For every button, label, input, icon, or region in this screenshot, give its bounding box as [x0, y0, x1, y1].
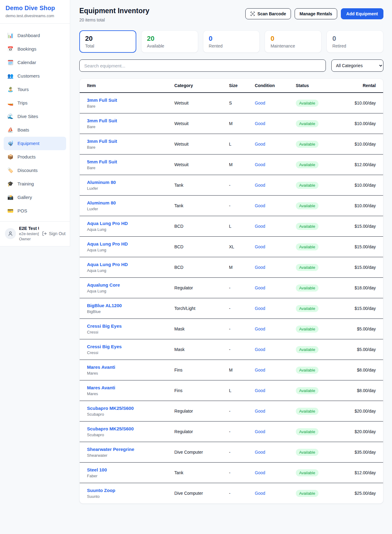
- item-link[interactable]: 3mm Full Suit: [87, 97, 117, 103]
- column-header-size: Size: [225, 79, 251, 93]
- condition-link[interactable]: Good: [255, 450, 265, 455]
- item-link[interactable]: Mares Avanti: [87, 364, 115, 370]
- item-link[interactable]: Aqua Lung Pro HD: [87, 262, 128, 267]
- status-cell: Available: [292, 421, 341, 442]
- add-equipment-button[interactable]: Add Equipment: [341, 8, 383, 19]
- status-cell: Available: [292, 360, 341, 380]
- item-link[interactable]: Mares Avanti: [87, 385, 115, 390]
- condition-cell: Good: [251, 298, 292, 319]
- sidebar-item-equipment[interactable]: 🤿Equipment: [4, 137, 66, 150]
- status-badge: Available: [296, 367, 319, 374]
- sidebar-item-label: Bookings: [17, 45, 36, 53]
- item-link[interactable]: Suunto Zoop: [87, 488, 115, 493]
- condition-link[interactable]: Good: [255, 183, 265, 188]
- condition-link[interactable]: Good: [255, 285, 265, 290]
- status-cell: Available: [292, 380, 341, 401]
- condition-link[interactable]: Good: [255, 162, 265, 167]
- stat-card-available[interactable]: 20Available: [141, 30, 198, 53]
- condition-link[interactable]: Good: [255, 368, 265, 372]
- filter-row: All Categories: [79, 59, 383, 72]
- sidebar-item-tours[interactable]: 🏝️Tours: [4, 83, 66, 96]
- sidebar-item-boats[interactable]: ⛵Boats: [4, 123, 66, 137]
- condition-link[interactable]: Good: [255, 101, 265, 105]
- sidebar-item-discounts[interactable]: 🏷️Discounts: [4, 164, 66, 177]
- table-row: Aqualung CoreAqua LungRegulator-GoodAvai…: [80, 278, 383, 298]
- sidebar-item-customers[interactable]: 👥Customers: [4, 69, 66, 83]
- stat-value: 20: [85, 35, 130, 43]
- condition-link[interactable]: Good: [255, 429, 265, 434]
- condition-link[interactable]: Good: [255, 388, 265, 393]
- item-link[interactable]: 5mm Full Suit: [87, 159, 117, 164]
- rental-cell: $5.00/day: [341, 319, 383, 339]
- item-link[interactable]: 3mm Full Suit: [87, 139, 117, 144]
- item-link[interactable]: Scubapro MK25/S600: [87, 426, 134, 431]
- condition-cell: Good: [251, 237, 292, 257]
- table-row: Aluminum 80LuxferTank-GoodAvailable$10.0…: [80, 196, 383, 216]
- item-link[interactable]: Aqualung Core: [87, 282, 120, 288]
- sign-out-button[interactable]: Sign Out: [42, 231, 66, 236]
- bookings-icon: 📅: [7, 47, 13, 51]
- sidebar-item-gallery[interactable]: 📸Gallery: [4, 191, 66, 204]
- item-link[interactable]: Aluminum 80: [87, 180, 116, 185]
- condition-link[interactable]: Good: [255, 326, 265, 331]
- sidebar-item-trips[interactable]: 🚤Trips: [4, 96, 66, 110]
- item-cell: Aluminum 80Luxfer: [80, 175, 171, 196]
- item-link[interactable]: Cressi Big Eyes: [87, 323, 122, 329]
- customers-icon: 👥: [7, 74, 13, 78]
- item-link[interactable]: Aqua Lung Pro HD: [87, 241, 128, 246]
- sidebar-item-bookings[interactable]: 📅Bookings: [4, 42, 66, 56]
- tours-icon: 🏝️: [7, 87, 13, 92]
- brand-name[interactable]: Demo Dive Shop: [6, 5, 64, 12]
- sidebar-item-dive-sites[interactable]: 🌊Dive Sites: [4, 110, 66, 123]
- condition-link[interactable]: Good: [255, 121, 265, 126]
- user-icon: [8, 231, 13, 236]
- scan-barcode-button[interactable]: Scan Barcode: [245, 8, 291, 19]
- item-link[interactable]: Aqua Lung Pro HD: [87, 221, 128, 226]
- condition-link[interactable]: Good: [255, 306, 265, 311]
- sidebar-item-pos[interactable]: 💳POS: [4, 204, 66, 218]
- condition-link[interactable]: Good: [255, 470, 265, 475]
- sidebar-item-calendar[interactable]: 🗓️Calendar: [4, 56, 66, 69]
- stat-card-total[interactable]: 20Total: [79, 30, 136, 53]
- condition-link[interactable]: Good: [255, 409, 265, 414]
- brand-block: Demo Dive Shop demo.test.divestreams.com: [0, 0, 70, 24]
- condition-link[interactable]: Good: [255, 244, 265, 249]
- item-link[interactable]: Scubapro MK25/S600: [87, 406, 134, 411]
- item-link[interactable]: Cressi Big Eyes: [87, 344, 122, 349]
- condition-link[interactable]: Good: [255, 203, 265, 208]
- condition-link[interactable]: Good: [255, 142, 265, 147]
- sidebar-item-training[interactable]: 🎓Training: [4, 177, 66, 191]
- user-name: E2E Test U...: [19, 226, 39, 231]
- rental-cell: $25.00/day: [341, 483, 383, 504]
- size-cell: L: [225, 380, 251, 401]
- sidebar-item-label: POS: [17, 207, 27, 215]
- item-brand: BigBlue: [87, 309, 167, 314]
- sidebar-item-label: Products: [17, 153, 36, 161]
- condition-link[interactable]: Good: [255, 224, 265, 229]
- equipment-table-card: ItemCategorySizeConditionStatusRental 3m…: [79, 78, 383, 504]
- condition-link[interactable]: Good: [255, 491, 265, 496]
- sidebar-item-dashboard[interactable]: 📊Dashboard: [4, 29, 66, 42]
- item-link[interactable]: Steel 100: [87, 467, 107, 472]
- item-link[interactable]: BigBlue AL1200: [87, 303, 122, 308]
- sidebar-item-products[interactable]: 📦Products: [4, 150, 66, 164]
- item-link[interactable]: Aluminum 80: [87, 200, 116, 205]
- sidebar-item-label: Dashboard: [17, 32, 40, 39]
- stat-card-maintenance[interactable]: 0Maintenance: [265, 30, 322, 53]
- status-badge: Available: [296, 141, 319, 148]
- manage-rentals-button[interactable]: Manage Rentals: [295, 8, 337, 19]
- condition-link[interactable]: Good: [255, 265, 265, 270]
- stat-card-rented[interactable]: 0Rented: [203, 30, 260, 53]
- item-link[interactable]: Shearwater Peregrine: [87, 447, 134, 452]
- search-input[interactable]: [79, 59, 326, 72]
- stats-row: 20Total20Available0Rented0Maintenance0Re…: [79, 30, 383, 53]
- rental-cell: $20.00/day: [341, 421, 383, 442]
- table-row: Aluminum 80LuxferTank-GoodAvailable$10.0…: [80, 175, 383, 196]
- stat-card-retired[interactable]: 0Retired: [326, 30, 383, 53]
- status-badge: Available: [296, 182, 319, 189]
- item-link[interactable]: 3mm Full Suit: [87, 118, 117, 123]
- item-cell: Aqua Lung Pro HDAqua Lung: [80, 237, 171, 257]
- condition-link[interactable]: Good: [255, 347, 265, 352]
- status-badge: Available: [296, 120, 319, 127]
- category-filter[interactable]: All Categories: [331, 59, 383, 72]
